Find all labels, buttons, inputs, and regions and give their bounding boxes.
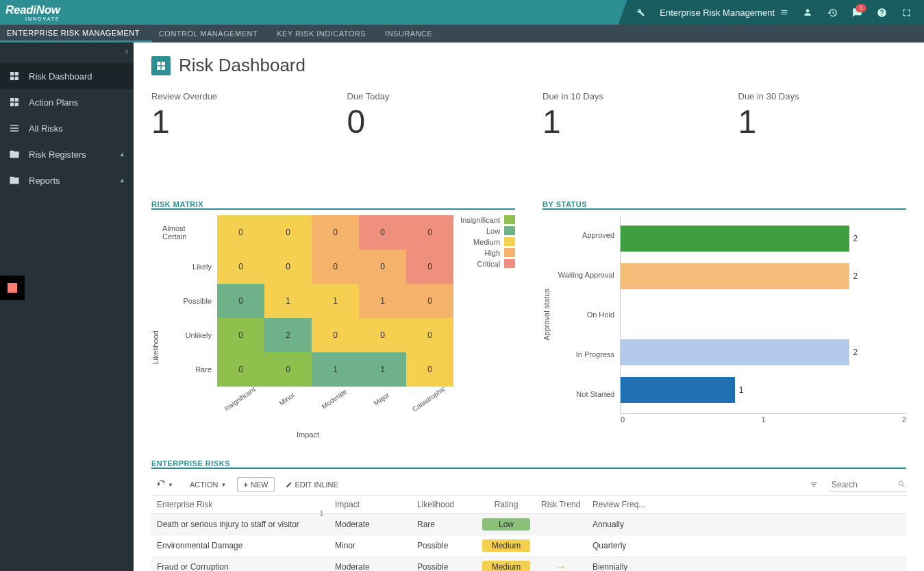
matrix-cell[interactable]: 1 [359,284,406,318]
trend-right-icon: → [556,561,567,571]
matrix-cell[interactable]: 2 [264,318,312,352]
sidebar-item-action-plans[interactable]: Action Plans [0,89,134,115]
sidebar-item-label: Risk Dashboard [29,71,92,82]
status-bar[interactable] [621,263,849,289]
table-row[interactable]: Fraud or Corruption Moderate Possible Me… [151,557,906,572]
sidebar-item-risk-dashboard[interactable]: Risk Dashboard [0,63,134,89]
matrix-cell[interactable]: 0 [264,250,312,284]
column-header[interactable]: Likelihood [412,496,477,514]
stat-label: Review Overdue [151,91,320,101]
status-bar-value: 2 [853,348,858,357]
cell-freq: Quarterly [587,535,906,557]
matrix-cell[interactable]: 0 [217,284,264,318]
chevron-up-icon: ▲ [119,151,125,158]
new-button[interactable]: +NEW [237,477,274,492]
column-header[interactable]: Enterprise Risk▲▼ [151,496,329,514]
risk-matrix-panel: RISK MATRIX Likelihood Almost Certain000… [151,200,515,439]
matrix-cell[interactable]: 0 [217,215,264,250]
status-bar-row: 2 [621,263,906,289]
table-toolbar: ▼ ACTION ▼ +NEW EDIT INLINE [151,474,906,496]
column-header[interactable]: Rating [477,496,536,514]
sidebar-item-label: Reports [29,175,60,186]
matrix-row-label: Possible [162,284,217,318]
app-title[interactable]: Enterprise Risk Management [660,8,788,18]
matrix-cell[interactable]: 1 [312,352,359,387]
column-header[interactable]: Risk Trend [536,496,587,514]
matrix-cell[interactable]: 0 [406,284,453,318]
cell-trend [536,514,587,535]
list-icon [8,122,21,134]
cell-rating: Medium [477,535,536,557]
matrix-cell[interactable]: 0 [312,318,359,352]
risk-table: Enterprise Risk▲▼ImpactLikelihoodRatingR… [151,496,906,571]
matrix-cell[interactable]: 0 [312,215,359,250]
matrix-cell[interactable]: 0 [359,250,406,284]
matrix-cell[interactable]: 0 [406,215,453,250]
matrix-cell[interactable]: 0 [217,250,264,284]
sidebar-collapse-button[interactable]: ‹ [120,42,134,60]
help-icon[interactable] [876,7,887,18]
secnav-item-1[interactable]: CONTROL MANAGEMENT [152,25,270,42]
secnav-item-3[interactable]: INSURANCE [378,25,445,42]
matrix-cell[interactable]: 0 [359,318,406,352]
edit-inline-button[interactable]: EDIT INLINE [280,478,344,491]
axis-tick: 1 [761,415,765,424]
stat-value: 1 [542,106,711,138]
status-bar[interactable] [621,377,735,403]
column-header[interactable]: Review Freq... [587,496,906,514]
matrix-cell[interactable]: 0 [312,250,359,284]
secnav-item-2[interactable]: KEY RISK INDICATORS [270,25,378,42]
history-icon[interactable] [827,7,838,18]
matrix-cell[interactable]: 0 [406,318,453,352]
secnav-item-0[interactable]: ENTERPRISE RISK MANAGEMENT [0,25,152,42]
enterprise-risks-title: ENTERPRISE RISKS [151,459,906,469]
column-header[interactable]: Impact [329,496,412,514]
search-icon[interactable] [897,480,906,489]
table-row[interactable]: Death or serious injury to staff or visi… [151,514,906,535]
fullscreen-icon[interactable] [901,7,912,18]
axis-tick: 0 [621,415,625,424]
matrix-cell[interactable]: 0 [217,318,264,352]
stat-3: Due in 30 Days1 [738,91,907,138]
by-status-title: BY STATUS [542,200,906,210]
action-button[interactable]: ACTION ▼ [184,478,232,491]
cell-likelihood: Rare [412,514,477,535]
status-bar[interactable] [621,339,849,365]
enterprise-risks-panel: ENTERPRISE RISKS ▼ ACTION ▼ +NEW EDIT IN… [151,459,906,571]
chevron-up-icon: ▲ [119,177,125,184]
cell-risk: Death or serious injury to staff or visi… [151,514,329,535]
refresh-button[interactable]: ▼ [151,478,179,491]
risk-matrix-title: RISK MATRIX [151,200,515,210]
folder-icon [8,148,21,160]
build-icon[interactable] [635,7,646,18]
sidebar-accent [0,276,25,300]
matrix-cell[interactable]: 0 [406,250,453,284]
matrix-cell[interactable]: 0 [406,352,453,387]
user-icon[interactable] [802,7,813,18]
chat-icon[interactable] [851,7,862,18]
sidebar-item-label: Action Plans [29,97,78,108]
matrix-cell[interactable]: 0 [217,352,264,387]
legend-item: Low [460,226,515,235]
matrix-cell[interactable]: 1 [264,284,312,318]
sidebar-item-risk-registers[interactable]: Risk Registers▲ [0,141,134,167]
stat-value: 1 [151,106,320,138]
matrix-cell[interactable]: 0 [264,352,312,387]
sidebar-item-reports[interactable]: Reports▲ [0,167,134,193]
status-category-label: Waiting Approval [555,271,614,279]
status-category-label: Not Started [555,390,614,398]
matrix-cell[interactable]: 1 [312,284,359,318]
stat-1: Due Today0 [347,91,516,138]
matrix-row-label: Unlikely [162,318,217,352]
stat-label: Due in 30 Days [738,91,907,101]
cell-likelihood: Possible [412,557,477,572]
matrix-cell[interactable]: 1 [359,352,406,387]
matrix-cell[interactable]: 0 [264,215,312,250]
search-input[interactable] [829,478,897,491]
status-bar[interactable] [621,226,849,252]
status-bar-value: 2 [853,234,858,243]
matrix-cell[interactable]: 0 [359,215,406,250]
filter-icon[interactable] [804,478,823,491]
table-row[interactable]: Environmental Damage Minor Possible Medi… [151,535,906,557]
sidebar-item-all-risks[interactable]: All Risks [0,115,134,141]
